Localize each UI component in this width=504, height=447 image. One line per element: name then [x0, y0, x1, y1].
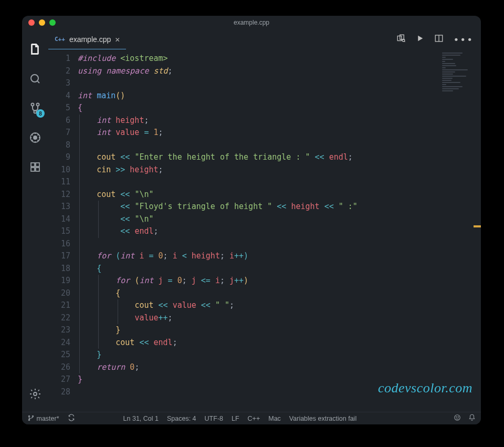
tab-example-cpp[interactable]: C++ example.cpp ✕: [48, 29, 126, 49]
explorer-icon[interactable]: [28, 42, 43, 57]
svg-point-10: [34, 392, 37, 396]
status-bar: master* Ln 31, Col 1 Spaces: 4 UTF-8 LF …: [22, 412, 481, 424]
code-line[interactable]: << "Floyd's triangle of height " << heig…: [78, 201, 481, 213]
code-line[interactable]: {: [78, 102, 481, 115]
eol[interactable]: LF: [232, 415, 239, 422]
line-number-gutter: 1234567891011121314151617181920212223242…: [48, 49, 78, 412]
code-area[interactable]: #include <iostream>using namespace std; …: [78, 49, 481, 412]
code-line[interactable]: [78, 176, 481, 189]
code-line[interactable]: int height;: [78, 115, 481, 127]
svg-rect-11: [398, 36, 402, 41]
minimap[interactable]: [442, 53, 479, 95]
cursor-position[interactable]: Ln 31, Col 1: [123, 415, 159, 422]
sync-icon[interactable]: [68, 414, 75, 423]
code-line[interactable]: [78, 139, 481, 152]
close-tab-icon[interactable]: ✕: [115, 35, 120, 44]
code-line[interactable]: cout << endl;: [78, 337, 481, 349]
scm-badge: 8: [36, 109, 45, 118]
source-control-icon[interactable]: 8: [28, 101, 43, 116]
svg-point-0: [31, 75, 38, 82]
watermark: codevscolor.com: [378, 380, 472, 396]
indentation[interactable]: Spaces: 4: [167, 415, 196, 422]
more-actions-icon[interactable]: •••: [453, 34, 474, 45]
code-line[interactable]: int main(): [78, 90, 481, 102]
svg-point-2: [37, 103, 39, 106]
svg-rect-6: [31, 163, 35, 167]
encoding[interactable]: UTF-8: [205, 415, 223, 422]
status-message[interactable]: Variables extraction fail: [289, 415, 356, 422]
code-line[interactable]: [78, 77, 481, 90]
code-line[interactable]: cout << "Enter the height of the triangl…: [78, 151, 481, 164]
code-line[interactable]: }: [78, 324, 481, 337]
code-line[interactable]: << "\n": [78, 213, 481, 226]
settings-gear-icon[interactable]: [28, 387, 43, 401]
svg-point-20: [458, 417, 458, 417]
tab-filename: example.cpp: [69, 35, 111, 44]
editor-area: C++ example.cpp ✕ •••: [48, 29, 481, 412]
editor-body[interactable]: 1234567891011121314151617181920212223242…: [48, 49, 481, 412]
code-line[interactable]: {: [78, 287, 481, 300]
extensions-icon[interactable]: [28, 160, 43, 174]
split-editor-icon[interactable]: [434, 34, 444, 45]
svg-rect-7: [36, 163, 39, 167]
tab-lang-badge: C++: [55, 36, 65, 43]
activity-bar: 8: [22, 29, 48, 412]
svg-point-18: [455, 415, 460, 421]
tab-bar: C++ example.cpp ✕ •••: [48, 29, 481, 49]
svg-rect-8: [31, 168, 35, 171]
code-line[interactable]: cout << "\n": [78, 189, 481, 201]
svg-point-1: [32, 103, 34, 106]
code-line[interactable]: int value = 1;: [78, 127, 481, 139]
code-line[interactable]: }: [78, 349, 481, 361]
editor-window: example.cpp 8: [22, 16, 481, 424]
code-line[interactable]: using namespace std;: [78, 65, 481, 78]
search-icon[interactable]: [28, 71, 43, 86]
code-line[interactable]: #include <iostream>: [78, 53, 481, 65]
language-mode[interactable]: C++: [248, 415, 260, 422]
overview-ruler-marker[interactable]: [474, 225, 481, 227]
debug-icon[interactable]: [28, 130, 43, 145]
svg-point-16: [28, 419, 29, 420]
notifications-icon[interactable]: [468, 414, 476, 423]
code-line[interactable]: return 0;: [78, 361, 481, 374]
code-line[interactable]: [78, 238, 481, 251]
code-line[interactable]: for (int j = 0; j <= i; j++): [78, 275, 481, 287]
compare-icon[interactable]: [396, 34, 406, 45]
git-branch[interactable]: master*: [27, 414, 59, 422]
svg-point-19: [456, 417, 457, 417]
svg-point-17: [32, 415, 33, 417]
svg-point-15: [28, 415, 29, 417]
run-icon[interactable]: [415, 34, 425, 45]
code-line[interactable]: << endl;: [78, 225, 481, 238]
code-line[interactable]: value++;: [78, 312, 481, 325]
code-line[interactable]: for (int i = 0; i < height; i++): [78, 250, 481, 263]
svg-rect-9: [36, 168, 39, 171]
code-line[interactable]: cout << value << " ";: [78, 299, 481, 312]
code-line[interactable]: {: [78, 263, 481, 275]
editor-actions: •••: [396, 29, 481, 49]
feedback-icon[interactable]: [454, 414, 461, 423]
svg-point-5: [34, 136, 37, 139]
titlebar: example.cpp: [22, 16, 481, 29]
window-title: example.cpp: [22, 19, 481, 26]
os-indicator[interactable]: Mac: [268, 415, 281, 422]
code-line[interactable]: cin >> height;: [78, 164, 481, 176]
